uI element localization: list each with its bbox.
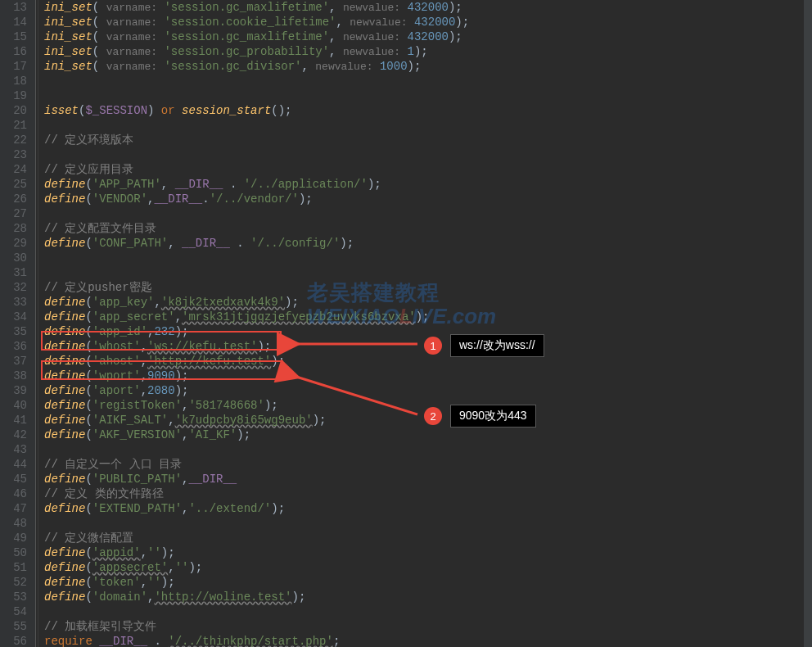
code-line-25[interactable]: define('APP_PATH', __DIR__ . '/../applic… xyxy=(38,177,812,192)
code-line-50[interactable]: define('appid',''); xyxy=(38,545,812,560)
line-number: 56 xyxy=(11,634,27,647)
code-line-48[interactable] xyxy=(38,516,812,531)
code-line-39[interactable]: define('aport',2080); xyxy=(38,383,812,398)
callout-2: 2 9090改为443 xyxy=(424,405,536,428)
line-number: 50 xyxy=(11,545,27,560)
code-line-13[interactable]: ini_set( varname: 'session.gc_maxlifetim… xyxy=(38,0,812,15)
callout-text-1: ws://改为wss:// xyxy=(450,334,544,357)
line-number: 48 xyxy=(11,516,27,531)
line-number: 51 xyxy=(11,560,27,575)
vertical-scrollbar[interactable] xyxy=(804,0,812,647)
line-number: 54 xyxy=(11,604,27,619)
line-number: 30 xyxy=(11,251,27,265)
code-line-22[interactable]: // 定义环境版本 xyxy=(38,133,812,147)
line-number: 14 xyxy=(11,15,27,29)
code-line-42[interactable]: define('AKF_VERSION','AI_KF'); xyxy=(38,428,812,442)
code-line-27[interactable] xyxy=(38,206,812,221)
line-number: 41 xyxy=(11,413,27,428)
line-number: 37 xyxy=(11,354,27,369)
code-area[interactable]: ini_set( varname: 'session.gc_maxlifetim… xyxy=(36,0,812,647)
line-number: 43 xyxy=(11,442,27,457)
code-line-16[interactable]: ini_set( varname: 'session.gc_probabilit… xyxy=(38,44,812,59)
line-number: 47 xyxy=(11,501,27,516)
code-line-53[interactable]: define('domain','http://woline.test'); xyxy=(38,590,812,604)
code-line-55[interactable]: // 加载框架引导文件 xyxy=(38,619,812,634)
line-number: 49 xyxy=(11,531,27,545)
code-lines: ini_set( varname: 'session.gc_maxlifetim… xyxy=(38,0,812,647)
line-number: 18 xyxy=(11,74,27,88)
code-line-30[interactable] xyxy=(38,251,812,265)
line-number: 27 xyxy=(11,206,27,221)
code-line-20[interactable]: isset($_SESSION) or session_start(); xyxy=(38,103,812,118)
code-line-15[interactable]: ini_set( varname: 'session.gc_maxlifetim… xyxy=(38,29,812,44)
code-line-21[interactable] xyxy=(38,118,812,133)
line-number: 28 xyxy=(11,221,27,236)
line-number: 53 xyxy=(11,590,27,604)
code-line-34[interactable]: define('app_secret','mrsk31jtjgqzjefyepz… xyxy=(38,310,812,324)
line-number: 16 xyxy=(11,44,27,59)
code-line-32[interactable]: // 定义pusher密匙 xyxy=(38,280,812,295)
line-number: 22 xyxy=(11,133,27,147)
line-number: 19 xyxy=(11,88,27,103)
callout-1: 1 ws://改为wss:// xyxy=(424,334,544,357)
line-number: 55 xyxy=(11,619,27,634)
code-line-47[interactable]: define('EXTEND_PATH','../extend/'); xyxy=(38,501,812,516)
line-number: 33 xyxy=(11,295,27,310)
code-line-52[interactable]: define('token',''); xyxy=(38,575,812,590)
line-number: 38 xyxy=(11,369,27,383)
code-line-17[interactable]: ini_set( varname: 'session.gc_divisor', … xyxy=(38,59,812,74)
line-number: 29 xyxy=(11,236,27,251)
line-number: 45 xyxy=(11,472,27,486)
code-line-54[interactable] xyxy=(38,604,812,619)
code-line-49[interactable]: // 定义微信配置 xyxy=(38,531,812,545)
line-number: 46 xyxy=(11,486,27,501)
code-line-46[interactable]: // 定义 类的文件路径 xyxy=(38,486,812,501)
code-editor: 1314151617181920212223242526272829303132… xyxy=(0,0,812,647)
code-line-33[interactable]: define('app_key','k8jk2txedxavk4k9'); xyxy=(38,295,812,310)
line-number: 36 xyxy=(11,339,27,354)
code-line-29[interactable]: define('CONF_PATH', __DIR__ . '/../confi… xyxy=(38,236,812,251)
line-number: 32 xyxy=(11,280,27,295)
line-number: 24 xyxy=(11,162,27,177)
code-line-28[interactable]: // 定义配置文件目录 xyxy=(38,221,812,236)
code-line-18[interactable] xyxy=(38,74,812,88)
code-line-43[interactable] xyxy=(38,442,812,457)
line-number: 13 xyxy=(11,0,27,15)
line-number: 17 xyxy=(11,59,27,74)
code-line-23[interactable] xyxy=(38,147,812,162)
code-line-45[interactable]: define('PUBLIC_PATH',__DIR__ xyxy=(38,472,812,486)
code-line-38[interactable]: define('wport',9090); xyxy=(38,369,812,383)
code-line-19[interactable] xyxy=(38,88,812,103)
code-line-24[interactable]: // 定义应用目录 xyxy=(38,162,812,177)
line-number-gutter: 1314151617181920212223242526272829303132… xyxy=(0,0,36,647)
line-number: 20 xyxy=(11,103,27,118)
line-number: 21 xyxy=(11,118,27,133)
code-line-26[interactable]: define('VENDOR',__DIR__.'/../vendor/'); xyxy=(38,192,812,206)
line-number: 34 xyxy=(11,310,27,324)
callout-badge-2: 2 xyxy=(424,407,442,425)
line-number: 42 xyxy=(11,428,27,442)
line-number: 15 xyxy=(11,29,27,44)
code-line-56[interactable]: require __DIR__ . '/../thinkphp/start.ph… xyxy=(38,634,812,647)
code-line-14[interactable]: ini_set( varname: 'session.cookie_lifeti… xyxy=(38,15,812,29)
line-number: 52 xyxy=(11,575,27,590)
line-number: 44 xyxy=(11,457,27,472)
line-number: 31 xyxy=(11,265,27,280)
line-number: 25 xyxy=(11,177,27,192)
callout-badge-1: 1 xyxy=(424,337,442,355)
code-line-31[interactable] xyxy=(38,265,812,280)
code-line-44[interactable]: // 自定义一个 入口 目录 xyxy=(38,457,812,472)
code-line-51[interactable]: define('appsecret',''); xyxy=(38,560,812,575)
line-number: 35 xyxy=(11,324,27,339)
line-number: 40 xyxy=(11,398,27,413)
line-number: 26 xyxy=(11,192,27,206)
line-number: 23 xyxy=(11,147,27,162)
line-number: 39 xyxy=(11,383,27,398)
callout-text-2: 9090改为443 xyxy=(450,405,536,428)
